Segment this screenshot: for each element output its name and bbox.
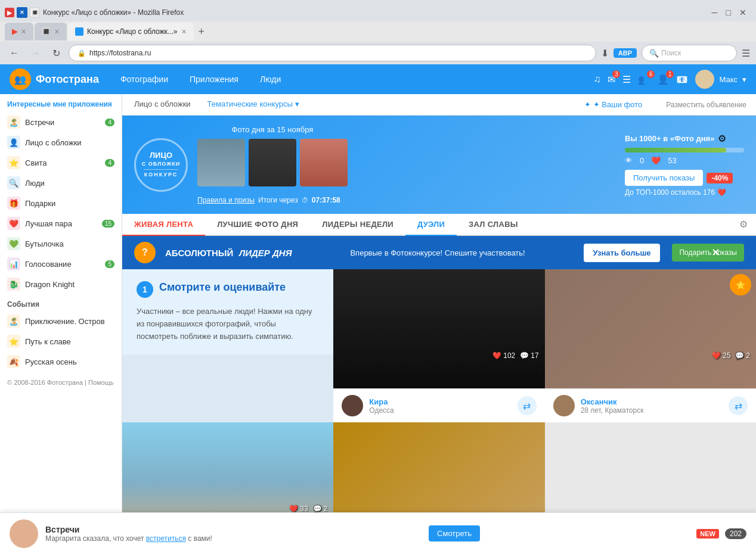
promo-learn-more-button[interactable]: Узнать больше — [584, 244, 661, 262]
notif-link[interactable]: встретиться — [146, 534, 186, 543]
sidebar-label-cover: Лицо с обложки — [25, 138, 82, 147]
info-card-content: 1 Смотрите и оценивайте Участники – все … — [122, 269, 333, 354]
notif-title: Встречи — [45, 525, 212, 534]
action-btn-1[interactable]: ⇄ — [518, 396, 537, 415]
user-info[interactable]: Макс ▾ — [695, 70, 746, 89]
contest-photo-1[interactable] — [197, 139, 245, 186]
refresh-button[interactable]: ↻ — [49, 46, 64, 60]
vote-badge: 5 — [105, 260, 114, 268]
close-btn[interactable]: ✕ — [739, 8, 746, 17]
sidebar-label-dragon: Dragon Knight — [25, 280, 75, 289]
top-info-text: До ТОП-1000 осталось 176 — [625, 188, 715, 197]
tab-leaders[interactable]: ЛИДЕРЫ НЕДЕЛИ — [310, 214, 405, 236]
minimize-btn[interactable]: ─ — [712, 8, 718, 17]
sidebar-item-gifts[interactable]: 🎁 Подарки — [0, 193, 122, 213]
get-views-button[interactable]: Получить показы — [625, 170, 703, 186]
hamburger-menu[interactable]: ☰ — [742, 48, 750, 59]
tab-duels[interactable]: ДУЭЛИ — [405, 214, 457, 236]
sidebar-item-vote[interactable]: 📊 Голосование 5 — [0, 254, 122, 274]
abp-button[interactable]: ABP — [614, 48, 637, 58]
contest-photo-2[interactable] — [249, 139, 296, 186]
bestpair-badge: 15 — [102, 220, 114, 228]
notif-avatar — [10, 519, 38, 548]
friends-icon[interactable]: 👥 6 — [638, 74, 650, 85]
new-tab-button[interactable]: + — [195, 26, 209, 38]
sidebar-item-glory[interactable]: ⭐ Путь к славе — [0, 331, 122, 351]
messages-icon[interactable]: ✉ 3 — [608, 74, 615, 85]
download-icon[interactable]: ⬇ — [601, 48, 609, 59]
promo-close-button[interactable]: ✕ — [711, 246, 720, 259]
nav-apps[interactable]: Приложения — [180, 70, 248, 89]
sub-nav: Лицо с обложки Тематические конкурсы ▾ ✦… — [122, 94, 756, 116]
sidebar-item-meetings[interactable]: 🏝️ Встречи 4 — [0, 112, 122, 132]
url-bar[interactable]: 🔒 https://fotostrana.ru — [69, 45, 596, 61]
back-button[interactable]: ← — [6, 46, 23, 60]
photo-user-2: Оксанчик 28 лет, Краматорск — [581, 397, 723, 415]
stats-row: 👁 0 ❤️ 53 — [625, 156, 744, 165]
tab-youtube[interactable]: ▶ ✕ — [5, 23, 33, 41]
step-number: 1 — [137, 281, 153, 298]
tab-close-fotostrana[interactable]: ✕ — [181, 28, 187, 36]
user-avatar — [695, 70, 714, 89]
photo-card-1[interactable]: ❤️ 102 💬 17 Кира — [333, 269, 544, 422]
info-step: 1 Смотрите и оценивайте — [137, 281, 319, 300]
likes-stat-3: ❤️ 33 — [289, 505, 308, 513]
search-box[interactable]: 🔍 Поиск — [642, 45, 737, 61]
contest-rules-link[interactable]: Правила и призы — [197, 196, 255, 204]
tab-live[interactable]: ЖИВАЯ ЛЕНТА — [122, 214, 205, 236]
sub-nav-cover[interactable]: Лицо с обложки — [132, 94, 193, 116]
tab-empty[interactable]: 🔳 ✕ — [35, 23, 67, 41]
favorite-icon-2[interactable]: ⭐ — [730, 274, 751, 295]
comments-stat-2: 💬 2 — [735, 351, 750, 360]
circle-line2: С ОБЛОЖКИ — [142, 161, 181, 168]
sidebar-label-svita: Свита — [25, 158, 47, 167]
photo-card-2[interactable]: ⭐ ❤️ 25 💬 2 — [545, 269, 756, 422]
action-btn-2[interactable]: ⇄ — [729, 396, 748, 415]
site-logo[interactable]: 👥 Фотострана — [10, 69, 99, 90]
tab-close-youtube[interactable]: ✕ — [21, 28, 26, 36]
notifications-icon[interactable]: 👤 1 — [657, 74, 669, 85]
tab-fotostrana[interactable]: Конкурс «Лицо с обложк...» ✕ — [68, 23, 194, 41]
promo-gift-button[interactable]: Подарить показы — [672, 244, 744, 262]
nav-photos[interactable]: Фотографии — [111, 70, 178, 89]
maximize-btn[interactable]: □ — [726, 8, 731, 17]
feed-icon[interactable]: ☰ — [622, 74, 631, 85]
sub-nav-thematic[interactable]: Тематические конкурсы ▾ — [205, 94, 302, 116]
contest-photo-3[interactable] — [300, 139, 348, 186]
username-2[interactable]: Оксанчик — [581, 397, 723, 406]
sidebar-item-island[interactable]: 🏝️ Приключение. Остров — [0, 311, 122, 331]
friends-badge: 6 — [647, 70, 655, 78]
sidebar-item-bestpair[interactable]: ❤️ Лучшая пара 15 — [0, 213, 122, 234]
browser-title: Конкурс «Лицо с обложки» - Mozilla Firef… — [43, 8, 708, 17]
sidebar-footer: © 2008-2016 Фотострана | Помощь — [0, 372, 122, 393]
notif-badge: 1 — [666, 70, 674, 78]
photo-img-2[interactable]: ⭐ — [545, 269, 756, 388]
mail-icon[interactable]: 📧 — [676, 74, 688, 85]
sub-nav-photos[interactable]: ✦ ✦ Ваши фото — [584, 100, 643, 109]
info-text: Участники – все реальные люди! Нажми на … — [137, 306, 319, 343]
tab-hall[interactable]: ЗАЛ СЛАВЫ — [457, 214, 530, 236]
photo-img-1[interactable] — [333, 269, 544, 388]
tab-settings-gear[interactable]: ⚙ — [731, 214, 756, 235]
sidebar-item-autumn[interactable]: 🍂 Русская осень — [0, 351, 122, 372]
sidebar-item-dragon[interactable]: 🐉 Dragon Knight — [0, 274, 122, 294]
sidebar-item-bottle[interactable]: 💚 Бутылочка — [0, 234, 122, 254]
glory-icon: ⭐ — [7, 335, 20, 348]
forward-button[interactable]: → — [27, 46, 44, 60]
sidebar-item-people[interactable]: 🔍 Люди — [0, 173, 122, 193]
content-area: Лицо с обложки Тематические конкурсы ▾ ✦… — [122, 94, 756, 554]
vip-info-icon[interactable]: ⚙ — [718, 133, 726, 144]
tab-best[interactable]: ЛУЧШИЕ ФОТО ДНЯ — [205, 214, 310, 236]
ad-placement[interactable]: Разместить объявление — [666, 101, 746, 109]
promo-subtitle: Впервые в Фотоконкурсе! Спешите участвов… — [302, 248, 574, 257]
heart-icon: ❤️ — [651, 156, 661, 165]
username-1[interactable]: Кира — [369, 397, 511, 406]
nav-people[interactable]: Люди — [250, 70, 290, 89]
sidebar-item-svita[interactable]: ⭐ Свита 4 — [0, 152, 122, 173]
notif-see-button[interactable]: Смотреть — [429, 525, 480, 541]
music-icon[interactable]: ♫ — [593, 74, 600, 85]
site-nav: Фотографии Приложения Люди — [111, 70, 581, 89]
tab-close-empty[interactable]: ✕ — [54, 28, 60, 36]
sidebar-item-cover[interactable]: 👤 Лицо с обложки — [0, 132, 122, 152]
contest-center: Фото дня за 15 ноября Правила и призы Ит… — [197, 125, 348, 204]
